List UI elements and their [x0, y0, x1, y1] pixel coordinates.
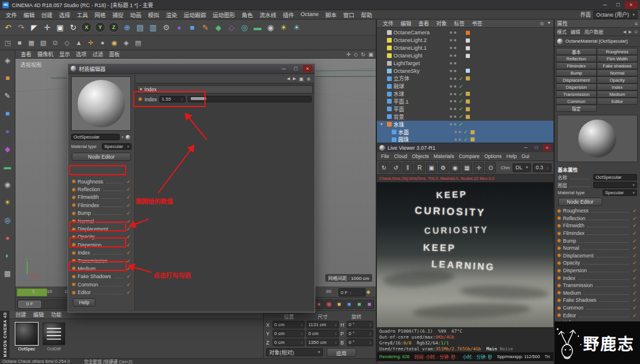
property-row[interactable]: Bump ✓: [555, 237, 640, 244]
property-check-icon[interactable]: ✓: [632, 230, 638, 236]
rotation-field[interactable]: 0 °↕: [347, 330, 373, 337]
me-property-check-icon[interactable]: ✓: [126, 226, 132, 232]
object-tag-icon[interactable]: [466, 62, 470, 66]
back-icon[interactable]: ◀: [287, 76, 290, 81]
me-property-check-icon[interactable]: ✓: [126, 273, 132, 279]
material-swatch[interactable]: OctSpec: [15, 323, 38, 352]
object-menu-item[interactable]: 标签: [450, 20, 468, 27]
animation-dot-icon[interactable]: [72, 195, 76, 199]
property-row[interactable]: Editor ✓: [555, 311, 640, 319]
animation-dot-icon[interactable]: [72, 266, 76, 270]
refresh-render-icon[interactable]: ↺: [391, 162, 401, 173]
pause-render-icon[interactable]: ‖: [402, 162, 413, 173]
object-menu-item[interactable]: 查看: [415, 20, 433, 27]
object-tag-icon[interactable]: [466, 115, 470, 119]
channel-tab-button[interactable]: Index: [597, 83, 638, 91]
menu-item[interactable]: 选择: [56, 11, 73, 19]
animation-dot-icon[interactable]: [138, 97, 142, 101]
me-node-link-icon[interactable]: [126, 135, 130, 140]
light-area-icon[interactable]: ☀: [290, 21, 303, 34]
material-name-input[interactable]: [593, 174, 637, 181]
live-viewer-menu-item[interactable]: Options: [482, 153, 504, 159]
viewport-menu-item[interactable]: 面板: [106, 50, 123, 58]
me-property-check-icon[interactable]: ✓: [126, 242, 132, 248]
property-row[interactable]: Medium ✓: [555, 289, 640, 297]
property-check-icon[interactable]: ✓: [632, 275, 638, 281]
enabled-check-icon[interactable]: ✓: [458, 76, 464, 82]
pick-focus-icon[interactable]: ✛: [473, 162, 484, 173]
property-row[interactable]: Index ✓: [555, 274, 640, 282]
render-tool-icon[interactable]: ▦: [2, 268, 13, 279]
channel-tab-button[interactable]: Opacity: [597, 76, 638, 83]
floor-icon[interactable]: ▬: [251, 21, 264, 34]
render-visibility-dot[interactable]: [454, 62, 456, 65]
channel-tab-button[interactable]: Filmindex: [556, 62, 597, 69]
coordinate-system-icon[interactable]: ⊕: [121, 21, 133, 34]
menu-item[interactable]: 角色: [238, 11, 256, 19]
menu-item[interactable]: 动画: [127, 11, 145, 19]
pin-material-icon[interactable]: ⊙: [485, 162, 496, 173]
material-menu-item[interactable]: 功能: [47, 311, 65, 318]
me-material-preview[interactable]: [71, 76, 131, 131]
material-thumbnail[interactable]: [15, 323, 38, 345]
menu-item[interactable]: 窗口: [340, 11, 357, 19]
editor-visibility-dot[interactable]: [450, 115, 452, 118]
menu-item[interactable]: 模拟: [145, 11, 162, 19]
animation-dot-icon[interactable]: [557, 269, 561, 273]
animation-dot-icon[interactable]: [72, 251, 76, 255]
menu-item[interactable]: 捕捉: [109, 11, 127, 19]
object-tag-icon[interactable]: [466, 31, 470, 35]
tab-noise[interactable]: Noise: [500, 346, 513, 352]
property-check-icon[interactable]: ✓: [632, 245, 638, 251]
node-editor-button[interactable]: Node Editor: [558, 198, 602, 206]
toggle-view-icon[interactable]: ▣: [368, 51, 373, 57]
index-slider[interactable]: [188, 96, 312, 102]
editor-visibility-dot[interactable]: [455, 131, 457, 133]
history-forward-icon[interactable]: ▶: [629, 30, 632, 34]
object-tag-icon[interactable]: [466, 92, 470, 96]
viewport-menu-item[interactable]: 过滤: [89, 50, 106, 58]
position-key-icon[interactable]: ■: [334, 299, 344, 309]
property-row[interactable]: Reflection ✓: [555, 215, 640, 223]
channel-tab-button[interactable]: Fake shadows: [597, 62, 638, 69]
menu-item[interactable]: 运动图形: [209, 11, 238, 19]
object-menu-item[interactable]: 编辑: [397, 20, 415, 27]
property-check-icon[interactable]: ✓: [632, 238, 638, 244]
lock-resolution-icon[interactable]: ▣: [426, 162, 437, 173]
property-check-icon[interactable]: ✓: [632, 282, 638, 288]
animation-dot-icon[interactable]: [557, 209, 561, 213]
me-property-check-icon[interactable]: ✓: [126, 186, 132, 192]
channel-tab-button[interactable]: Editor: [597, 98, 638, 105]
property-row[interactable]: Roughness ✓: [555, 207, 640, 215]
scene-camera-icon[interactable]: ◉: [264, 21, 277, 34]
model-tool-icon[interactable]: ■: [2, 73, 13, 83]
channel-tab-button[interactable]: Common: [556, 98, 597, 105]
editor-visibility-dot[interactable]: [450, 70, 452, 72]
panel-menu-icon[interactable]: ≡: [635, 21, 638, 27]
object-tree-row[interactable]: 平面 ✓: [377, 105, 553, 113]
object-name-label[interactable]: OctaneSky: [393, 68, 448, 74]
channel-tab-button[interactable]: Dispersion: [556, 83, 597, 91]
object-name-label[interactable]: OctaneLight.1: [393, 45, 448, 51]
sky-tool-icon[interactable]: ◎: [2, 215, 13, 226]
workplane-lock-icon[interactable]: ▤: [133, 37, 143, 48]
object-menu-item[interactable]: 文件: [379, 20, 397, 27]
render-visibility-dot[interactable]: [454, 39, 456, 41]
object-tag-icon[interactable]: [471, 130, 475, 134]
floor-icon[interactable]: ▬: [2, 162, 13, 172]
object-menu-item[interactable]: 书签: [468, 20, 486, 27]
cube-primitive-icon[interactable]: ■: [2, 108, 13, 119]
enabled-check-icon[interactable]: ✓: [458, 91, 464, 97]
animation-dot-icon[interactable]: [557, 224, 561, 228]
frame-stepper-icon[interactable]: ↕: [350, 291, 352, 295]
me-property-row[interactable]: Normal ✓: [69, 217, 134, 225]
material-tool-icon[interactable]: ●: [2, 233, 13, 243]
me-property-check-icon[interactable]: ✓: [126, 266, 132, 272]
property-check-icon[interactable]: ✓: [632, 208, 638, 214]
minimize-button[interactable]: ─: [599, 1, 612, 9]
undo-icon[interactable]: ↶: [2, 21, 14, 34]
history-back-icon[interactable]: ◀: [623, 30, 626, 34]
channel-tab-button[interactable]: Film Width: [597, 55, 638, 62]
animation-dot-icon[interactable]: [557, 253, 561, 257]
deformer-icon[interactable]: ◆: [2, 144, 13, 154]
